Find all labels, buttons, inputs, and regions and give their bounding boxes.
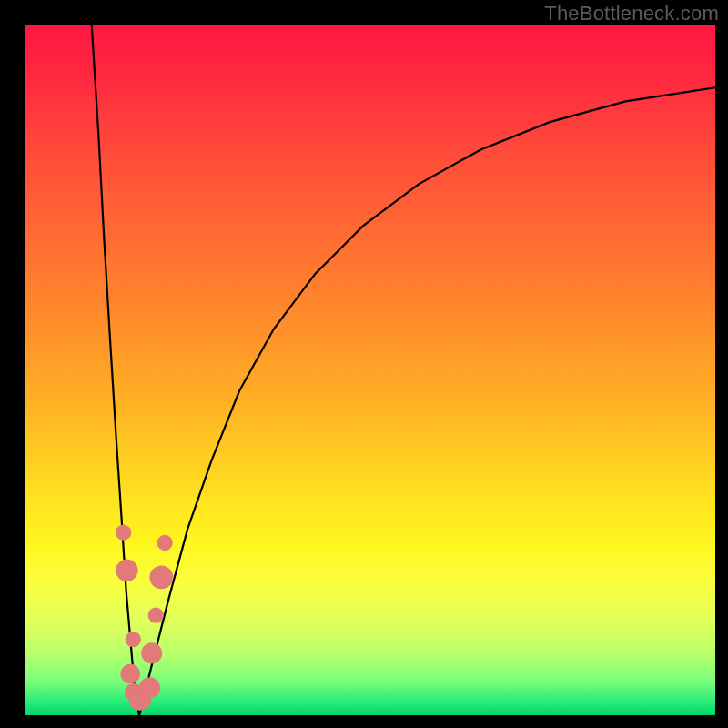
- marker-dot: [141, 642, 162, 663]
- marker-dot: [149, 565, 173, 589]
- chart-container: TheBottleneck.com: [0, 0, 728, 728]
- marker-dot: [148, 607, 164, 622]
- marker-dot: [120, 664, 140, 684]
- marker-dot: [116, 524, 131, 540]
- marker-dot: [157, 535, 172, 551]
- marker-dot: [116, 560, 137, 581]
- marker-dot: [126, 632, 141, 647]
- watermark-text: TheBottleneck.com: [544, 2, 719, 25]
- bottleneck-chart: [0, 0, 728, 728]
- marker-dot: [139, 677, 160, 698]
